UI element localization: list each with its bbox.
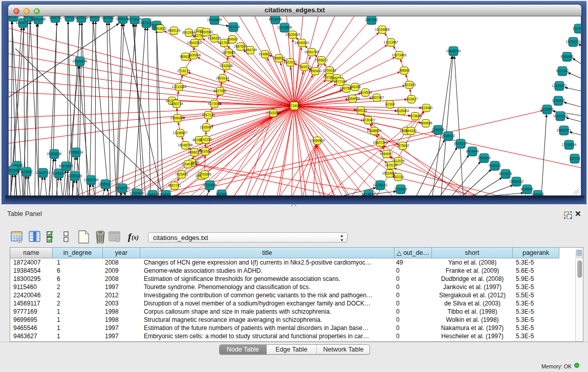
svg-text:10973493: 10973493 xyxy=(392,53,407,57)
svg-text:12942737: 12942737 xyxy=(36,171,51,174)
svg-text:1535943: 1535943 xyxy=(200,125,213,129)
svg-text:9699695: 9699695 xyxy=(419,121,432,125)
svg-text:8322037: 8322037 xyxy=(284,60,297,64)
svg-text:12213369: 12213369 xyxy=(172,85,187,89)
svg-text:1615132: 1615132 xyxy=(384,163,398,167)
svg-text:6479197: 6479197 xyxy=(454,142,467,145)
svg-text:3215955: 3215955 xyxy=(540,107,554,111)
svg-text:391549: 391549 xyxy=(9,168,19,172)
svg-text:2803144: 2803144 xyxy=(216,76,229,80)
svg-text:16961758: 16961758 xyxy=(304,50,319,54)
svg-text:12505135: 12505135 xyxy=(68,174,82,178)
svg-text:10025433: 10025433 xyxy=(395,109,409,113)
svg-text:19166827: 19166827 xyxy=(173,131,188,135)
svg-text:23302035: 23302035 xyxy=(266,111,281,115)
svg-text:9227342: 9227342 xyxy=(556,69,569,73)
svg-text:(x): (x) xyxy=(132,234,139,241)
svg-text:14325419: 14325419 xyxy=(286,33,300,36)
svg-text:62160: 62160 xyxy=(385,102,395,106)
svg-text:8990443: 8990443 xyxy=(309,69,322,73)
svg-text:20206536: 20206536 xyxy=(47,152,62,156)
svg-text:9115460: 9115460 xyxy=(420,106,433,110)
svg-text:17359934: 17359934 xyxy=(69,150,83,154)
svg-text:15720407: 15720407 xyxy=(361,118,376,122)
svg-text:16782759: 16782759 xyxy=(115,186,130,190)
svg-text:3875685: 3875685 xyxy=(222,51,235,54)
svg-text:1362615: 1362615 xyxy=(298,65,311,69)
svg-text:1805571: 1805571 xyxy=(9,16,20,18)
svg-text:3267130: 3267130 xyxy=(202,113,215,117)
svg-text:1080734: 1080734 xyxy=(170,102,183,105)
svg-text:10853267: 10853267 xyxy=(88,16,102,18)
svg-text:746266: 746266 xyxy=(350,85,361,89)
svg-text:1115682: 1115682 xyxy=(20,170,33,173)
svg-text:8938923: 8938923 xyxy=(442,134,455,138)
svg-text:116753: 116753 xyxy=(569,157,580,160)
svg-text:9474444: 9474444 xyxy=(466,149,479,153)
svg-text:748500: 748500 xyxy=(399,69,410,72)
svg-text:10719155: 10719155 xyxy=(127,17,142,21)
svg-text:4170065: 4170065 xyxy=(208,102,221,105)
svg-text:9245012: 9245012 xyxy=(146,193,159,195)
svg-text:30975857: 30975857 xyxy=(59,164,74,168)
svg-text:9329966: 9329966 xyxy=(560,55,574,58)
svg-text:16046798: 16046798 xyxy=(178,143,193,147)
svg-text:9579644: 9579644 xyxy=(408,114,422,118)
svg-text:2867608: 2867608 xyxy=(234,45,247,48)
svg-text:17957255: 17957255 xyxy=(84,178,99,182)
svg-text:902455: 902455 xyxy=(216,192,227,195)
svg-text:20691406: 20691406 xyxy=(31,17,46,21)
svg-text:1117035: 1117035 xyxy=(573,27,581,30)
svg-text:1244415: 1244415 xyxy=(552,99,565,102)
svg-text:7986322: 7986322 xyxy=(354,108,367,112)
svg-text:8427552: 8427552 xyxy=(213,89,227,93)
svg-text:1640995: 1640995 xyxy=(431,128,445,132)
svg-text:9242848: 9242848 xyxy=(220,64,233,68)
svg-text:8186328: 8186328 xyxy=(208,36,221,40)
svg-text:154600: 154600 xyxy=(227,37,238,41)
svg-text:7632621: 7632621 xyxy=(488,164,502,167)
svg-text:9125513: 9125513 xyxy=(75,16,88,19)
svg-text:15751074: 15751074 xyxy=(566,40,581,43)
svg-text:6794028: 6794028 xyxy=(323,69,336,72)
svg-text:16210643: 16210643 xyxy=(553,114,568,118)
svg-text:16543362: 16543362 xyxy=(187,41,202,45)
svg-text:14136141: 14136141 xyxy=(373,183,388,187)
svg-text:252214: 252214 xyxy=(393,175,404,179)
svg-text:10654112: 10654112 xyxy=(509,180,524,183)
svg-text:19218506: 19218506 xyxy=(277,26,292,29)
svg-text:7955812: 7955812 xyxy=(315,58,328,62)
svg-text:18640910: 18640910 xyxy=(295,41,310,45)
svg-text:544923: 544923 xyxy=(405,129,417,133)
svg-text:1142205: 1142205 xyxy=(200,138,212,141)
svg-text:16033809: 16033809 xyxy=(207,18,222,21)
svg-text:9777169: 9777169 xyxy=(334,80,347,83)
svg-text:10807467: 10807467 xyxy=(369,96,384,99)
svg-text:15692971: 15692971 xyxy=(557,128,572,132)
svg-text:2935514: 2935514 xyxy=(477,156,491,160)
svg-text:18724007: 18724007 xyxy=(287,104,302,107)
svg-text:9857791: 9857791 xyxy=(168,184,181,187)
svg-text:16648784: 16648784 xyxy=(446,49,461,53)
svg-text:963301: 963301 xyxy=(200,149,211,153)
svg-text:9146821: 9146821 xyxy=(258,52,272,56)
svg-text:18807249: 18807249 xyxy=(373,141,388,144)
svg-text:1533627: 1533627 xyxy=(405,97,418,101)
svg-text:19384554: 19384554 xyxy=(310,139,325,142)
svg-text:1154099: 1154099 xyxy=(182,162,194,166)
svg-text:9084067: 9084067 xyxy=(380,152,393,156)
svg-text:1793305: 1793305 xyxy=(198,172,211,176)
svg-text:17016504: 17016504 xyxy=(562,143,577,146)
svg-text:7357224: 7357224 xyxy=(227,25,240,29)
svg-text:12213967: 12213967 xyxy=(384,40,399,44)
svg-text:19654983: 19654983 xyxy=(170,116,185,120)
svg-text:9245652: 9245652 xyxy=(520,187,534,191)
svg-text:1716485: 1716485 xyxy=(203,183,216,187)
svg-text:1733426: 1733426 xyxy=(394,187,407,191)
svg-text:10688609: 10688609 xyxy=(367,129,382,133)
svg-text:7663822: 7663822 xyxy=(154,27,167,30)
svg-text:989612: 989612 xyxy=(180,55,191,58)
svg-text:21364436: 21364436 xyxy=(345,97,360,100)
svg-text:8114520: 8114520 xyxy=(362,192,375,195)
svg-text:9660124: 9660124 xyxy=(167,29,181,32)
